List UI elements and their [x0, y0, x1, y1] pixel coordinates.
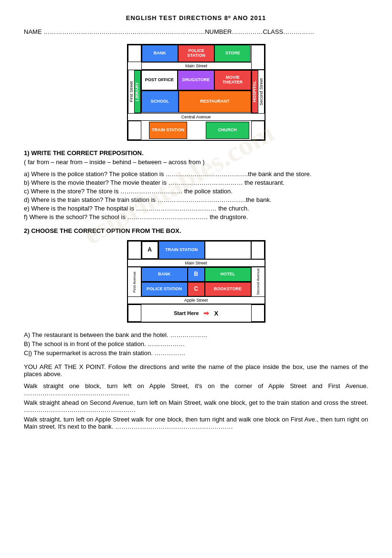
main-street-label: Main Street	[142, 63, 251, 70]
map1-church: CHURCH	[206, 122, 249, 139]
map2-second-avenue: Second Avenue	[252, 267, 265, 296]
q1a: a) Where is the police station? The poli…	[24, 170, 368, 178]
map2-c: C	[188, 282, 205, 296]
dir2: Walk straight ahead on Second Avenue, tu…	[24, 399, 368, 413]
dir1: Walk straight one block, turn left on Ap…	[24, 382, 368, 397]
map2-bank: BANK	[141, 267, 188, 282]
map1-store: STORE	[214, 45, 251, 62]
map2-bookstore: BOOKSTORE	[205, 282, 251, 296]
map1-container: BANK POLICE STATION STORE Main Street Fi…	[24, 44, 368, 141]
x-mark: X	[214, 310, 218, 317]
map1-police: POLICE STATION	[178, 45, 214, 62]
q1d: d) Where is the train station? The train…	[24, 196, 368, 203]
section3-intro: YOU ARE AT THE X POINT. Follow the direc…	[24, 363, 368, 378]
dir3: Walk straight, turn left on Apple Street…	[24, 416, 368, 430]
arrow-icon: ➡	[203, 309, 209, 317]
map2-b: B	[188, 267, 205, 282]
map1: BANK POLICE STATION STORE Main Street Fi…	[127, 44, 265, 141]
start-here-text: Start Here	[174, 310, 199, 316]
q1f: f) Where is the school? The school is ………	[24, 213, 368, 221]
first-street-label: First Street	[128, 70, 134, 113]
map2-police: POLICE STATION	[141, 282, 188, 296]
ans2a: A) The restaurant is between the bank an…	[24, 331, 368, 338]
map1-bank: BANK	[142, 45, 178, 62]
section2-title: 2) CHOOSE THE CORRECT OPTION FROM THE BO…	[24, 227, 368, 234]
map2-main-street: Main Street	[128, 260, 265, 267]
q1e: e) Where is the hospital? The hospital i…	[24, 205, 368, 212]
section3: YOU ARE AT THE X POINT. Follow the direc…	[24, 363, 368, 430]
section2: 2) CHOOSE THE CORRECT OPTION FROM THE BO…	[24, 227, 368, 357]
section1-title: 1) WRITE THE CORRECT PREPOSITION.	[24, 149, 368, 157]
map1-library: LIBRARY	[134, 70, 141, 113]
central-avenue-label: Central Avenue	[128, 114, 265, 121]
map1-train: TRAIN STATION	[149, 122, 187, 139]
page-header: ENGLISH TEST DIRECTIONS 8º ANO 2011	[24, 14, 368, 21]
name-line: NAME ……………………………………………………………………NUMBER…………	[24, 28, 368, 35]
map1-movie: MOVIE THEATER	[214, 70, 251, 90]
map2-hotel: HOTEL	[205, 267, 251, 282]
map1-school: SCHOOL	[141, 91, 179, 113]
prepositions: ( far from – near from – inside – behind…	[24, 158, 368, 166]
q1b: b) Where is the movie theater? The movie…	[24, 179, 368, 186]
section1: 1) WRITE THE CORRECT PREPOSITION. ( far …	[24, 149, 368, 221]
ans2c: C|) The supermarket is across the train …	[24, 349, 368, 357]
ans2b: B) The school is in front of the police …	[24, 340, 368, 347]
map1-restaurant: RESTAURANT	[179, 91, 251, 113]
map2-a: A	[141, 241, 159, 259]
answer-section2: A) The restaurant is between the bank an…	[24, 331, 368, 357]
map2: A TRAIN STATION Main Street First Avenue	[127, 240, 265, 323]
map2-train: TRAIN STATION	[159, 241, 205, 259]
map1-post: POST OFFICE	[141, 70, 178, 90]
questions1: a) Where is the police station? The poli…	[24, 170, 368, 221]
map2-first-avenue: First Avenue	[128, 267, 141, 296]
map2-container: A TRAIN STATION Main Street First Avenue	[24, 240, 368, 323]
map1-hospital: HOSPITAL	[252, 70, 258, 113]
q1c: c) Where is the store? The store is ……………	[24, 188, 368, 195]
map1-drugstore: DRUGSTORE	[178, 70, 214, 90]
second-street-label: Second Street	[258, 70, 265, 113]
apple-street-label: Apple Street	[128, 297, 265, 304]
